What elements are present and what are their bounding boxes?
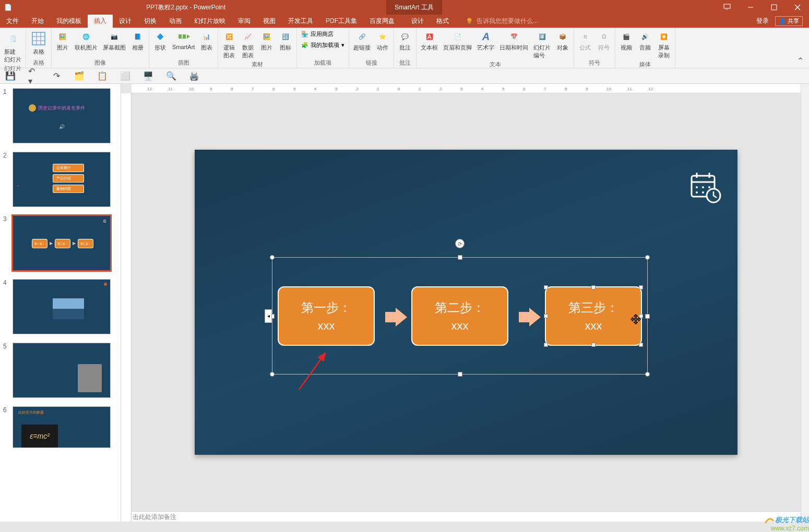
tab-developer[interactable]: 开发工具: [282, 15, 319, 28]
data-chart-button[interactable]: 📈数据 图表: [239, 29, 257, 61]
svg-line-47: [299, 353, 325, 390]
logic-chart-button[interactable]: 🔀逻辑 图表: [220, 29, 238, 61]
shapes-button[interactable]: 🔷形状: [151, 29, 169, 53]
smartart-node-1[interactable]: 第一步： xxx: [278, 286, 375, 346]
tab-my-template[interactable]: 我的模板: [50, 15, 88, 28]
horizontal-ruler[interactable]: 1211109876543210123456789101112: [132, 84, 801, 93]
node-handle[interactable]: [591, 285, 596, 289]
redo-button[interactable]: ↷: [51, 71, 62, 81]
resize-handle-ne[interactable]: [645, 255, 650, 260]
resize-handle-sw[interactable]: [270, 372, 275, 377]
action-button[interactable]: ⭐动作: [374, 29, 391, 53]
my-addins-button[interactable]: 🧩我的加载项 ▾: [299, 40, 347, 50]
resize-handle-e[interactable]: [645, 314, 650, 319]
resize-handle-se[interactable]: [645, 372, 650, 377]
slide-thumb-5[interactable]: [13, 343, 111, 398]
datetime-button[interactable]: 📅日期和时间: [497, 29, 530, 53]
hyperlink-button[interactable]: 🔗超链接: [351, 29, 373, 53]
qat-btn-6[interactable]: 🖨️: [189, 71, 199, 81]
symbol-button: Ω符号: [595, 29, 613, 53]
tab-slideshow[interactable]: 幻灯片放映: [188, 15, 232, 28]
slide-thumb-6[interactable]: 此处照片的标题 ε=mc²: [13, 406, 111, 448]
node-handle[interactable]: [544, 314, 548, 318]
screenshot-button[interactable]: 📷屏幕截图: [101, 29, 128, 53]
svg-text:3: 3: [460, 87, 463, 91]
tab-transition[interactable]: 切换: [138, 15, 163, 28]
comment-button[interactable]: 💬批注: [396, 29, 414, 53]
slide-thumb-1[interactable]: 历史记录中的著名事件 🔊: [13, 88, 111, 143]
tell-me-search[interactable]: 💡 告诉我您想要做什么...: [466, 15, 538, 28]
object-button[interactable]: 📦对象: [554, 29, 572, 53]
screen-recording-button[interactable]: ⏺️屏幕 录制: [655, 29, 673, 61]
node-handle[interactable]: [544, 285, 548, 289]
icon-button[interactable]: 🔣图标: [277, 29, 294, 53]
audio-button[interactable]: 🔊音频: [636, 29, 654, 53]
tab-baidu[interactable]: 百度网盘: [363, 15, 401, 28]
smartart-button[interactable]: SmartArt: [170, 29, 197, 51]
group-links: 链接: [351, 59, 391, 68]
undo-button[interactable]: ↶ ▾: [28, 71, 39, 81]
node-handle[interactable]: [544, 343, 548, 347]
tab-insert[interactable]: 插入: [88, 15, 113, 28]
tab-file[interactable]: 文件: [0, 15, 25, 28]
tab-pdf[interactable]: PDF工具集: [319, 15, 363, 28]
slide-thumb-4[interactable]: [13, 279, 111, 334]
tab-design[interactable]: 设计: [113, 15, 138, 28]
slide-canvas[interactable]: ⟳ ◂ 第一步： xxx: [195, 150, 737, 455]
qat-btn-5[interactable]: 🔍: [166, 71, 176, 81]
node-handle[interactable]: [639, 285, 643, 289]
qat-btn-3[interactable]: ⬜: [120, 71, 130, 81]
login-link[interactable]: 登录: [756, 17, 769, 26]
smartart-node-2[interactable]: 第二步： xxx: [411, 286, 508, 346]
maximize-button[interactable]: [762, 0, 786, 15]
tab-smartart-design[interactable]: 设计: [405, 15, 430, 28]
resize-handle-nw[interactable]: [270, 255, 275, 260]
node-handle[interactable]: [639, 314, 643, 318]
textbox-button[interactable]: 🅰️文本框: [419, 29, 440, 53]
slide-thumb-2[interactable]: 公司简介 产品介绍 案例内容 ←: [13, 152, 111, 207]
album-button[interactable]: 📘相册: [129, 29, 147, 53]
qat-btn-2[interactable]: 📋: [97, 71, 108, 81]
tab-review[interactable]: 审阅: [232, 15, 257, 28]
rotate-handle[interactable]: ⟳: [455, 239, 465, 248]
store-button[interactable]: 🏪应用商店: [299, 29, 336, 39]
chart-button[interactable]: 📊图表: [198, 29, 216, 53]
ribbon-options-icon[interactable]: [715, 0, 739, 15]
collapse-ribbon-button[interactable]: ⌃: [792, 54, 809, 68]
tab-smartart-format[interactable]: 格式: [430, 15, 455, 28]
video-button[interactable]: 🎬视频: [617, 29, 635, 53]
material-picture-button[interactable]: 🖼️图片: [258, 29, 276, 53]
slide-number-button[interactable]: #️⃣幻灯片 编号: [531, 29, 553, 61]
picture-button[interactable]: 🖼️图片: [54, 29, 72, 53]
svg-text:0: 0: [398, 87, 400, 91]
qat-btn-1[interactable]: 🗂️: [74, 71, 85, 81]
tab-home[interactable]: 开始: [25, 15, 50, 28]
table-icon: [30, 30, 47, 47]
share-button[interactable]: 👤 共享: [775, 16, 803, 26]
online-pictures-button[interactable]: 🌐联机图片: [73, 29, 100, 53]
header-footer-button[interactable]: 📄页眉和页脚: [441, 29, 474, 53]
slide-thumbnails-panel[interactable]: 1 历史记录中的著名事件 🔊 2 公司简介 产品介绍 案例内容 ← 3 第一步：…: [0, 84, 121, 522]
save-button[interactable]: 💾: [5, 71, 16, 81]
node-handle[interactable]: [639, 343, 643, 347]
vertical-ruler[interactable]: [121, 93, 132, 522]
smartart-text-pane-toggle[interactable]: ◂: [265, 309, 272, 323]
notes-pane[interactable]: 单击此处添加备注: [121, 511, 801, 522]
resize-handle-s[interactable]: [458, 372, 462, 377]
wordart-button[interactable]: A艺术字: [475, 29, 496, 53]
resize-handle-n[interactable]: [458, 255, 462, 260]
table-button[interactable]: 表格: [28, 29, 49, 57]
svg-text:4: 4: [314, 87, 317, 91]
close-button[interactable]: [786, 0, 809, 15]
smartart-tools-tab: SmartArt 工具: [386, 0, 442, 15]
tab-animation[interactable]: 动画: [163, 15, 188, 28]
minimize-button[interactable]: [739, 0, 762, 15]
slide-thumb-3[interactable]: 第一步： ▶ 第二步： ▶ 第三步： 🗓: [13, 215, 111, 271]
vertical-scrollbar[interactable]: [801, 84, 809, 522]
svg-rect-10: [179, 34, 182, 39]
node-handle[interactable]: [591, 343, 596, 347]
tab-view[interactable]: 视图: [257, 15, 282, 28]
new-slide-button[interactable]: 🗒️新建 幻灯片: [2, 29, 23, 65]
smartart-node-3[interactable]: 第三步： xxx: [545, 286, 642, 346]
qat-btn-4[interactable]: 🖥️: [143, 71, 153, 81]
